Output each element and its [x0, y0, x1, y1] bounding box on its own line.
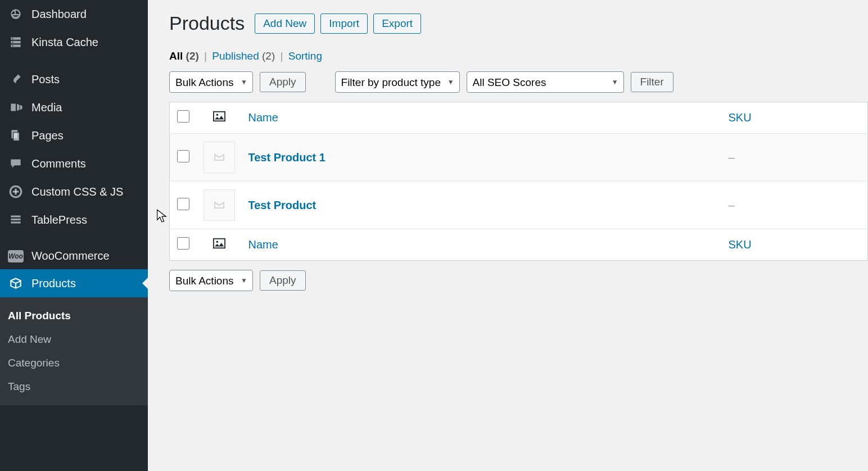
cache-icon [8, 35, 24, 49]
apply-button-bottom[interactable]: Apply [260, 270, 306, 291]
table-icon [8, 212, 24, 227]
dashboard-icon [8, 7, 24, 21]
sidebar-item-label: Custom CSS & JS [31, 185, 123, 198]
filter-sorting-link[interactable]: Sorting [288, 50, 322, 62]
sidebar-item-label: Dashboard [31, 8, 87, 21]
table-row: Test Product 1 – [170, 134, 868, 182]
name-column-footer[interactable]: Name [242, 229, 722, 261]
sku-column-footer[interactable]: SKU [722, 229, 868, 261]
admin-sidebar: Dashboard Kinsta Cache Posts Media Pages… [0, 0, 148, 471]
sidebar-sub-categories[interactable]: Categories [0, 351, 148, 375]
sku-column-header[interactable]: SKU [722, 102, 868, 134]
svg-point-3 [12, 38, 13, 39]
sidebar-item-label: Pages [31, 129, 64, 142]
sidebar-item-comments[interactable]: Comments [0, 150, 148, 178]
pin-icon [8, 72, 24, 87]
svg-point-4 [12, 42, 13, 43]
main-content: Products Add New Import Export All (2) |… [148, 0, 868, 471]
svg-point-17 [216, 241, 218, 243]
sidebar-item-pages[interactable]: Pages [0, 121, 148, 150]
sidebar-sub-add-new[interactable]: Add New [0, 328, 148, 351]
add-new-button[interactable]: Add New [255, 13, 315, 34]
svg-rect-14 [213, 112, 224, 121]
svg-rect-13 [11, 221, 20, 223]
woo-icon: Woo [8, 250, 24, 262]
product-sku: – [729, 199, 735, 211]
products-table: Name SKU Test Product 1 – Test Product – [169, 102, 868, 261]
sidebar-item-label: Products [31, 277, 76, 290]
sidebar-sub-tags[interactable]: Tags [0, 375, 148, 398]
filter-button[interactable]: Filter [631, 72, 673, 92]
sidebar-sub-all-products[interactable]: All Products [0, 304, 148, 328]
product-name-link[interactable]: Test Product 1 [248, 151, 326, 164]
sidebar-item-custom-css-js[interactable]: Custom CSS & JS [0, 178, 148, 206]
svg-rect-16 [213, 239, 224, 248]
sidebar-item-dashboard[interactable]: Dashboard [0, 0, 148, 28]
sidebar-submenu: All Products Add New Categories Tags [0, 297, 148, 405]
table-controls-bottom: Bulk Actions Apply [169, 270, 868, 291]
image-column-header [197, 102, 242, 134]
status-filter-links: All (2) | Published (2) | Sorting [169, 50, 868, 62]
media-icon [8, 100, 24, 115]
sidebar-item-kinsta-cache[interactable]: Kinsta Cache [0, 28, 148, 56]
product-sku: – [729, 151, 735, 164]
apply-button[interactable]: Apply [260, 72, 306, 92]
select-all-checkbox-footer[interactable] [177, 237, 189, 250]
comment-icon [8, 156, 24, 171]
sidebar-item-woocommerce[interactable]: Woo WooCommerce [0, 243, 148, 269]
sidebar-item-label: Media [31, 101, 62, 114]
bulk-actions-select[interactable]: Bulk Actions [169, 71, 253, 93]
plus-circle-icon [8, 184, 24, 199]
sidebar-item-tablepress[interactable]: TablePress [0, 206, 148, 234]
product-type-filter-select[interactable]: Filter by product type [335, 71, 460, 93]
svg-rect-10 [13, 191, 19, 192]
name-column-header[interactable]: Name [242, 102, 722, 134]
sidebar-item-label: Posts [31, 73, 60, 86]
svg-rect-12 [11, 219, 20, 220]
sidebar-item-label: Comments [31, 157, 86, 170]
seo-scores-filter-select[interactable]: All SEO Scores [467, 71, 624, 93]
sidebar-item-label: Kinsta Cache [31, 36, 98, 49]
svg-rect-11 [11, 215, 20, 217]
select-all-checkbox[interactable] [177, 110, 189, 123]
filter-published-link[interactable]: Published (2) [212, 50, 275, 62]
sidebar-item-label: TablePress [31, 214, 87, 227]
svg-point-5 [12, 45, 13, 46]
image-column-footer [197, 229, 242, 261]
bulk-actions-select-bottom[interactable]: Bulk Actions [169, 270, 253, 291]
box-icon [8, 276, 24, 291]
svg-point-15 [216, 114, 218, 116]
product-thumbnail-placeholder[interactable] [204, 142, 235, 173]
table-controls-top: Bulk Actions Apply Filter by product typ… [169, 71, 868, 93]
pages-icon [8, 128, 24, 143]
product-name-link[interactable]: Test Product [248, 199, 317, 211]
sidebar-item-label: WooCommerce [31, 250, 110, 262]
product-thumbnail-placeholder[interactable] [204, 189, 235, 221]
sidebar-item-posts[interactable]: Posts [0, 65, 148, 93]
sidebar-item-media[interactable]: Media [0, 93, 148, 121]
filter-all-link[interactable]: All (2) [169, 50, 199, 62]
row-checkbox[interactable] [177, 150, 189, 162]
page-header: Products Add New Import Export [169, 12, 868, 34]
import-button[interactable]: Import [320, 13, 368, 34]
page-title: Products [169, 12, 245, 34]
sidebar-item-products[interactable]: Products [0, 269, 148, 297]
svg-rect-7 [13, 133, 20, 141]
table-row: Test Product – [170, 182, 868, 229]
export-button[interactable]: Export [373, 13, 421, 34]
row-checkbox[interactable] [177, 198, 189, 210]
